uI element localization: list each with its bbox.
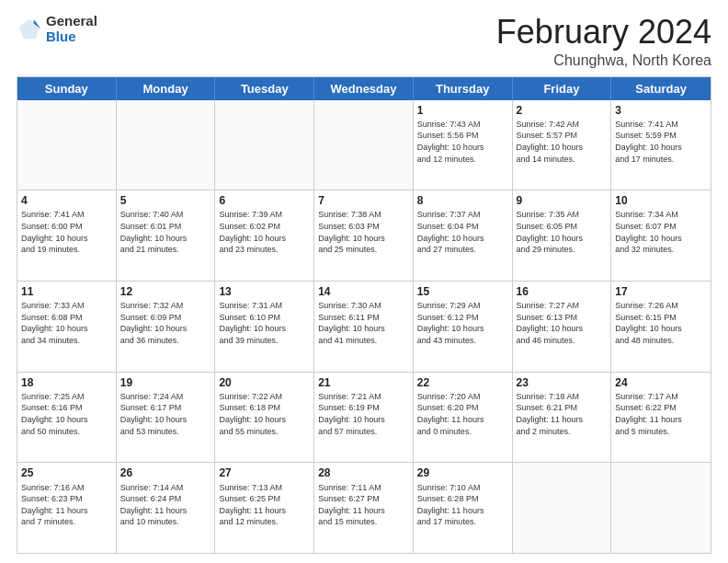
day-number: 3 [615,103,707,118]
day-number: 14 [318,284,409,299]
day-number: 9 [517,193,608,208]
calendar-cell: 11Sunrise: 7:33 AM Sunset: 6:08 PM Dayli… [17,282,117,372]
cell-info: Sunrise: 7:17 AM Sunset: 6:22 PM Dayligh… [615,391,707,437]
calendar: SundayMondayTuesdayWednesdayThursdayFrid… [17,76,711,554]
calendar-cell: 27Sunrise: 7:13 AM Sunset: 6:25 PM Dayli… [215,463,314,553]
calendar-cell: 28Sunrise: 7:11 AM Sunset: 6:27 PM Dayli… [314,463,414,553]
calendar-cell: 26Sunrise: 7:14 AM Sunset: 6:24 PM Dayli… [117,463,216,553]
cell-info: Sunrise: 7:38 AM Sunset: 6:03 PM Dayligh… [318,209,409,255]
calendar-cell: 9Sunrise: 7:35 AM Sunset: 6:05 PM Daylig… [513,190,612,281]
day-number: 21 [318,375,409,390]
calendar-cell: 24Sunrise: 7:17 AM Sunset: 6:22 PM Dayli… [611,373,711,463]
day-number: 18 [21,375,112,390]
cell-info: Sunrise: 7:32 AM Sunset: 6:09 PM Dayligh… [120,300,211,346]
calendar-cell: 7Sunrise: 7:38 AM Sunset: 6:03 PM Daylig… [314,190,414,281]
cell-info: Sunrise: 7:33 AM Sunset: 6:08 PM Dayligh… [21,300,112,346]
calendar-row-4: 25Sunrise: 7:16 AM Sunset: 6:23 PM Dayli… [17,463,711,553]
calendar-cell [17,100,117,190]
cell-info: Sunrise: 7:35 AM Sunset: 6:05 PM Dayligh… [517,209,608,255]
cell-info: Sunrise: 7:29 AM Sunset: 6:12 PM Dayligh… [417,300,508,346]
calendar-cell: 3Sunrise: 7:41 AM Sunset: 5:59 PM Daylig… [611,100,711,190]
day-number: 24 [615,375,707,390]
cell-info: Sunrise: 7:26 AM Sunset: 6:15 PM Dayligh… [615,300,707,346]
calendar-cell: 19Sunrise: 7:24 AM Sunset: 6:17 PM Dayli… [117,373,216,463]
day-number: 12 [120,284,211,299]
calendar-body: 1Sunrise: 7:43 AM Sunset: 5:56 PM Daylig… [17,100,711,553]
cell-info: Sunrise: 7:13 AM Sunset: 6:25 PM Dayligh… [219,482,310,528]
calendar-cell: 5Sunrise: 7:40 AM Sunset: 6:01 PM Daylig… [117,190,216,281]
logo-icon [17,17,42,42]
cell-info: Sunrise: 7:14 AM Sunset: 6:24 PM Dayligh… [120,482,211,528]
cell-info: Sunrise: 7:40 AM Sunset: 6:01 PM Dayligh… [120,209,211,255]
day-number: 4 [21,193,112,208]
calendar-header-wednesday: Wednesday [314,77,414,100]
calendar-cell: 1Sunrise: 7:43 AM Sunset: 5:56 PM Daylig… [414,100,513,190]
calendar-header: SundayMondayTuesdayWednesdayThursdayFrid… [17,77,711,100]
cell-info: Sunrise: 7:11 AM Sunset: 6:27 PM Dayligh… [318,482,409,528]
day-number: 15 [417,284,508,299]
day-number: 10 [615,193,707,208]
calendar-cell [117,100,216,190]
calendar-row-1: 4Sunrise: 7:41 AM Sunset: 6:00 PM Daylig… [17,190,711,282]
calendar-row-3: 18Sunrise: 7:25 AM Sunset: 6:16 PM Dayli… [17,373,711,464]
day-number: 17 [615,284,707,299]
day-number: 26 [120,465,211,480]
logo: General Blue [17,14,97,44]
calendar-cell: 14Sunrise: 7:30 AM Sunset: 6:11 PM Dayli… [314,282,414,372]
calendar-cell: 2Sunrise: 7:42 AM Sunset: 5:57 PM Daylig… [513,100,612,190]
day-number: 7 [318,193,409,208]
calendar-cell: 15Sunrise: 7:29 AM Sunset: 6:12 PM Dayli… [414,282,513,372]
day-number: 6 [219,193,310,208]
day-number: 2 [517,103,608,118]
day-number: 20 [219,375,310,390]
calendar-cell: 25Sunrise: 7:16 AM Sunset: 6:23 PM Dayli… [17,463,117,553]
cell-info: Sunrise: 7:18 AM Sunset: 6:21 PM Dayligh… [517,391,608,437]
cell-info: Sunrise: 7:25 AM Sunset: 6:16 PM Dayligh… [21,391,112,437]
calendar-header-thursday: Thursday [414,77,513,100]
day-number: 16 [517,284,608,299]
cell-info: Sunrise: 7:37 AM Sunset: 6:04 PM Dayligh… [417,209,508,255]
cell-info: Sunrise: 7:39 AM Sunset: 6:02 PM Dayligh… [219,209,310,255]
logo-general-text: General [46,13,97,29]
cell-info: Sunrise: 7:34 AM Sunset: 6:07 PM Dayligh… [615,209,707,255]
calendar-cell: 18Sunrise: 7:25 AM Sunset: 6:16 PM Dayli… [17,373,117,463]
calendar-header-sunday: Sunday [17,77,117,100]
page: General Blue February 2024 Chunghwa, Nor… [0,0,728,563]
day-number: 28 [318,465,409,480]
day-number: 8 [417,193,508,208]
calendar-cell [513,463,612,553]
calendar-cell: 10Sunrise: 7:34 AM Sunset: 6:07 PM Dayli… [611,190,711,281]
logo-text: General Blue [46,14,97,44]
calendar-header-saturday: Saturday [611,77,711,100]
cell-info: Sunrise: 7:24 AM Sunset: 6:17 PM Dayligh… [120,391,211,437]
calendar-cell: 13Sunrise: 7:31 AM Sunset: 6:10 PM Dayli… [215,282,314,372]
day-number: 27 [219,465,310,480]
header: General Blue February 2024 Chunghwa, Nor… [17,14,711,69]
calendar-cell: 20Sunrise: 7:22 AM Sunset: 6:18 PM Dayli… [215,373,314,463]
calendar-cell: 8Sunrise: 7:37 AM Sunset: 6:04 PM Daylig… [414,190,513,281]
day-number: 11 [21,284,112,299]
calendar-cell: 23Sunrise: 7:18 AM Sunset: 6:21 PM Dayli… [513,373,612,463]
cell-info: Sunrise: 7:21 AM Sunset: 6:19 PM Dayligh… [318,391,409,437]
calendar-header-tuesday: Tuesday [215,77,314,100]
calendar-row-0: 1Sunrise: 7:43 AM Sunset: 5:56 PM Daylig… [17,100,711,191]
cell-info: Sunrise: 7:42 AM Sunset: 5:57 PM Dayligh… [517,119,608,165]
day-number: 13 [219,284,310,299]
day-number: 25 [21,465,112,480]
cell-info: Sunrise: 7:41 AM Sunset: 6:00 PM Dayligh… [21,209,112,255]
cell-info: Sunrise: 7:43 AM Sunset: 5:56 PM Dayligh… [417,119,508,165]
cell-info: Sunrise: 7:10 AM Sunset: 6:28 PM Dayligh… [417,482,508,528]
calendar-header-monday: Monday [117,77,216,100]
calendar-cell [215,100,314,190]
calendar-cell [611,463,711,553]
day-number: 19 [120,375,211,390]
calendar-cell: 12Sunrise: 7:32 AM Sunset: 6:09 PM Dayli… [117,282,216,372]
cell-info: Sunrise: 7:16 AM Sunset: 6:23 PM Dayligh… [21,482,112,528]
subtitle: Chunghwa, North Korea [496,52,711,69]
calendar-cell: 6Sunrise: 7:39 AM Sunset: 6:02 PM Daylig… [215,190,314,281]
cell-info: Sunrise: 7:27 AM Sunset: 6:13 PM Dayligh… [517,300,608,346]
calendar-cell: 16Sunrise: 7:27 AM Sunset: 6:13 PM Dayli… [513,282,612,372]
day-number: 29 [417,465,508,480]
calendar-cell: 22Sunrise: 7:20 AM Sunset: 6:20 PM Dayli… [414,373,513,463]
cell-info: Sunrise: 7:22 AM Sunset: 6:18 PM Dayligh… [219,391,310,437]
